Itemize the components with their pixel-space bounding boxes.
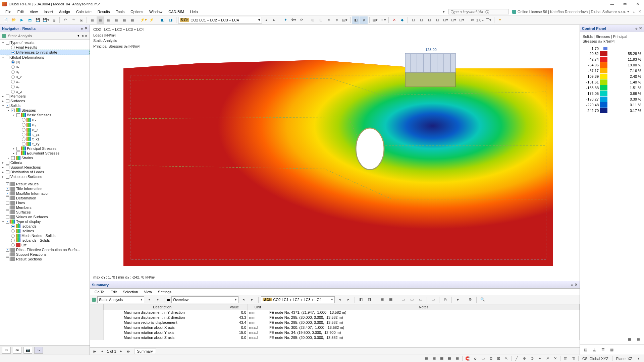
tree-item[interactable]: Members xyxy=(0,205,90,210)
tree-item[interactable]: Max/Min Information xyxy=(0,191,90,196)
copy-button[interactable]: ⎘ xyxy=(77,16,85,24)
nav-tab-results[interactable]: 〰 xyxy=(34,347,43,354)
summary-overview-combo[interactable]: Overview xyxy=(171,296,238,303)
results-nav-button[interactable]: ◨ xyxy=(167,16,174,24)
radio[interactable] xyxy=(11,70,15,74)
radio[interactable] xyxy=(11,51,15,54)
save-as-button[interactable]: 💾▾ xyxy=(42,16,50,24)
rotate-button[interactable]: ⟳ xyxy=(298,16,305,24)
checkbox[interactable] xyxy=(6,170,9,174)
radio[interactable] xyxy=(11,80,15,83)
checkbox[interactable] xyxy=(6,192,9,195)
summary-tool4[interactable]: ▦ xyxy=(387,296,394,303)
checkbox[interactable] xyxy=(6,175,9,179)
radio[interactable] xyxy=(11,239,15,242)
show-results-button[interactable]: ◧ xyxy=(352,16,360,24)
tree-item[interactable]: ▾Stresses xyxy=(0,108,90,113)
tree-item[interactable]: σₓ xyxy=(0,117,90,122)
summary-next3-button[interactable]: ▸ xyxy=(345,296,352,303)
summary-filter-button[interactable]: ▼ xyxy=(454,296,462,303)
nav-tab-views[interactable]: 📷 xyxy=(23,347,32,354)
menu-cad-bim[interactable]: CAD-BIM xyxy=(166,9,186,14)
grid-button[interactable]: ⊞ xyxy=(309,16,316,24)
tree-item[interactable]: Result Values xyxy=(0,182,90,186)
calc-all-button[interactable]: ⚡ xyxy=(148,16,155,24)
checkbox[interactable] xyxy=(6,206,9,209)
render3-button[interactable]: ☰▾ xyxy=(485,16,492,24)
tree-item[interactable]: σᵧ xyxy=(0,122,90,127)
menu-options[interactable]: Options xyxy=(128,9,146,14)
sb-snap4[interactable]: ⊠ xyxy=(487,356,494,362)
checkbox[interactable] xyxy=(6,104,9,108)
summary-close-icon[interactable]: ✕ xyxy=(575,283,578,287)
menu-help[interactable]: Help xyxy=(187,9,201,14)
sb-snap2[interactable]: ⭘ xyxy=(472,356,479,362)
summary-menu-edit[interactable]: Edit xyxy=(108,289,119,295)
tree-item[interactable]: u_z xyxy=(0,74,90,79)
summary-table[interactable]: DescriptionValueUnitNotesMaximum displac… xyxy=(90,304,580,347)
tree-item[interactable]: τ_xz xyxy=(0,137,90,141)
sb-btn-3[interactable]: ▦ xyxy=(438,356,445,362)
cp-pin-icon[interactable]: ⟐ xyxy=(635,26,638,31)
pin-icon[interactable]: ⟐ xyxy=(81,26,83,31)
wizard-button[interactable]: ▶ xyxy=(18,16,25,24)
tree-item[interactable]: ▸Distribution of Loads xyxy=(0,170,90,174)
radio[interactable] xyxy=(22,137,25,141)
render2-button[interactable]: 1.0↔ xyxy=(477,16,484,24)
minimize-button[interactable]: — xyxy=(608,1,616,7)
summary-menu-go-to[interactable]: Go To xyxy=(92,289,107,295)
sb-e1[interactable]: ◫ xyxy=(562,356,569,362)
menu-insert[interactable]: Insert xyxy=(41,9,56,14)
summary-export-button[interactable]: ⎘ xyxy=(442,296,449,303)
tree-item[interactable]: Support Reactions xyxy=(0,252,90,257)
open-file-button[interactable]: 📂 xyxy=(10,16,17,24)
tree-item[interactable]: Isolines xyxy=(0,229,90,233)
summary-tool7[interactable]: ▭ xyxy=(417,296,424,303)
radio[interactable] xyxy=(11,225,15,228)
tree-item[interactable]: ▾Type of display xyxy=(0,219,90,224)
opt7-button[interactable]: ⊡▾ xyxy=(458,16,465,24)
sb-btn-5[interactable]: ▦ xyxy=(454,356,461,362)
summary-tool1[interactable]: ◧ xyxy=(357,296,365,303)
checkbox[interactable] xyxy=(16,113,20,117)
checkbox[interactable] xyxy=(16,147,20,150)
summary-analysis-combo[interactable]: Static Analysis xyxy=(97,296,144,303)
grid2-button[interactable]: ⊞ xyxy=(317,16,324,24)
menu-view[interactable]: View xyxy=(27,9,41,14)
radio[interactable] xyxy=(22,133,25,136)
tree-item[interactable]: Final Results xyxy=(0,45,90,50)
pager-last-button[interactable]: ⏭ xyxy=(126,349,131,353)
numbering1-button[interactable]: # xyxy=(325,16,332,24)
panel-close-icon[interactable]: ✕ xyxy=(85,26,88,31)
summary-prev1-button[interactable]: ◂ xyxy=(146,296,153,303)
checkbox[interactable] xyxy=(16,152,20,155)
checkbox[interactable] xyxy=(11,109,15,112)
summary-menu-settings[interactable]: Settings xyxy=(155,289,174,295)
tree-item[interactable]: τ_yz xyxy=(0,132,90,137)
load-case-combo[interactable]: S Ch CO2 LC1 + LC2 + LC3 + LC4 ▾ xyxy=(178,17,262,23)
radio[interactable] xyxy=(11,90,15,94)
maximize-button[interactable]: ▭ xyxy=(621,1,629,7)
print-button[interactable]: 🖨 xyxy=(50,16,58,24)
checkbox[interactable] xyxy=(6,182,9,186)
nav-prev-icon[interactable]: ◂ xyxy=(82,34,84,38)
tree-item[interactable]: ▸Criteria xyxy=(0,160,90,165)
checkbox[interactable] xyxy=(6,41,9,45)
view-1-button[interactable]: ▦ xyxy=(89,16,96,24)
checkbox[interactable] xyxy=(6,248,9,252)
table-row[interactable]: Maximum rotation about X-axis0.0mradFE n… xyxy=(90,325,580,330)
addon1-button[interactable]: ◆ xyxy=(398,16,406,24)
opt4-button[interactable]: ⊡ xyxy=(434,16,441,24)
misc-button[interactable]: ✦ xyxy=(496,16,503,24)
table-row[interactable]: Maximum rotation about Z-axis0.0mradFE n… xyxy=(90,335,580,340)
undo-button[interactable]: ↶ xyxy=(61,16,69,24)
table-row[interactable]: Maximum displacement in Z-direction43.3m… xyxy=(90,315,580,320)
sb-o4[interactable]: ✦ xyxy=(536,356,543,362)
cp-mode1-button[interactable]: ▤ xyxy=(582,346,589,353)
table-row[interactable]: Maximum displacement in Y-direction0.0mm… xyxy=(90,310,580,315)
block-button[interactable]: ⬒ xyxy=(26,16,34,24)
radio[interactable] xyxy=(22,118,25,122)
pager-prev-button[interactable]: ◂ xyxy=(100,349,104,353)
view-4-button[interactable]: ▦ xyxy=(113,16,120,24)
checkbox[interactable] xyxy=(6,161,9,165)
